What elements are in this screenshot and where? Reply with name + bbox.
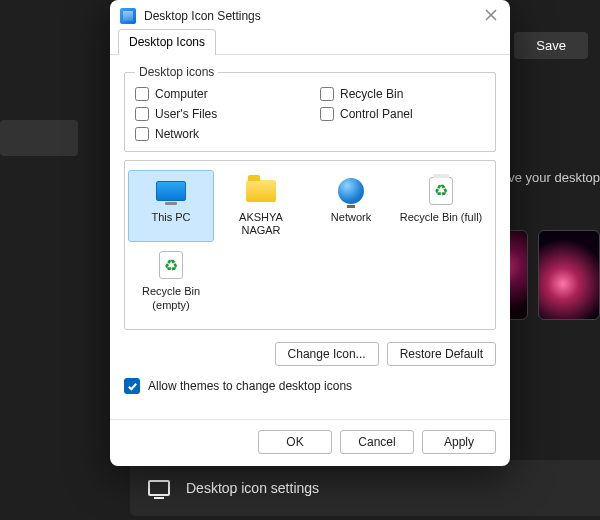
icon-item-label: This PC <box>151 211 190 224</box>
theme-thumbnail[interactable] <box>538 230 600 320</box>
checkbox-users-files-label: User's Files <box>155 107 217 121</box>
restore-default-button[interactable]: Restore Default <box>387 342 496 366</box>
checkbox-recycle-bin[interactable]: Recycle Bin <box>320 87 485 101</box>
group-legend: Desktop icons <box>135 65 218 79</box>
checkbox-computer[interactable]: Computer <box>135 87 300 101</box>
icon-item-this-pc[interactable]: This PC <box>129 171 213 241</box>
allow-themes-checkbox-input[interactable] <box>124 378 140 394</box>
icon-item-recycle-bin-full[interactable]: Recycle Bin (full) <box>399 171 483 241</box>
checkbox-network-input[interactable] <box>135 127 149 141</box>
checkbox-users-files[interactable]: User's Files <box>135 107 300 121</box>
tab-desktop-icons[interactable]: Desktop Icons <box>118 29 216 55</box>
network-globe-icon <box>333 175 369 207</box>
icon-item-network[interactable]: Network <box>309 171 393 241</box>
checkbox-network-label: Network <box>155 127 199 141</box>
change-icon-button[interactable]: Change Icon... <box>275 342 379 366</box>
icon-item-user-folder[interactable]: AKSHYA NAGAR <box>219 171 303 241</box>
monitor-icon <box>148 480 170 496</box>
desktop-icon-settings-label: Desktop icon settings <box>186 480 319 496</box>
dialog-footer: OK Cancel Apply <box>110 419 510 466</box>
dialog-titlebar: Desktop Icon Settings <box>110 0 510 28</box>
allow-themes-label: Allow themes to change desktop icons <box>148 379 352 393</box>
checkbox-computer-input[interactable] <box>135 87 149 101</box>
icon-item-label: Network <box>331 211 371 224</box>
icon-preview-panel: This PC AKSHYA NAGAR Network Recycle Bin… <box>124 160 496 330</box>
save-button[interactable]: Save <box>514 32 588 59</box>
icon-item-label: AKSHYA NAGAR <box>219 211 303 237</box>
tabstrip: Desktop Icons <box>110 28 510 55</box>
this-pc-icon <box>153 175 189 207</box>
checkbox-users-files-input[interactable] <box>135 107 149 121</box>
desktop-icon-settings-dialog: Desktop Icon Settings Desktop Icons Desk… <box>110 0 510 466</box>
dialog-app-icon <box>120 8 136 24</box>
close-icon[interactable] <box>484 8 500 24</box>
dialog-body: Desktop icons Computer Recycle Bin User'… <box>110 55 510 419</box>
desktop-icons-group: Desktop icons Computer Recycle Bin User'… <box>124 65 496 152</box>
checkbox-recycle-bin-input[interactable] <box>320 87 334 101</box>
checkbox-control-panel-label: Control Panel <box>340 107 413 121</box>
checkbox-control-panel-input[interactable] <box>320 107 334 121</box>
sidebar-selected-item[interactable] <box>0 120 78 156</box>
checkbox-computer-label: Computer <box>155 87 208 101</box>
apply-button[interactable]: Apply <box>422 430 496 454</box>
checkbox-control-panel[interactable]: Control Panel <box>320 107 485 121</box>
icon-item-label: Recycle Bin (full) <box>400 211 483 224</box>
cancel-button[interactable]: Cancel <box>340 430 414 454</box>
recycle-bin-full-icon <box>423 175 459 207</box>
ok-button[interactable]: OK <box>258 430 332 454</box>
allow-themes-checkbox[interactable]: Allow themes to change desktop icons <box>124 378 496 394</box>
icon-item-recycle-bin-empty[interactable]: Recycle Bin (empty) <box>129 245 213 315</box>
checkbox-recycle-bin-label: Recycle Bin <box>340 87 403 101</box>
recycle-bin-empty-icon <box>153 249 189 281</box>
desktop-icon-settings-row[interactable]: Desktop icon settings <box>130 460 600 516</box>
checkbox-network[interactable]: Network <box>135 127 300 141</box>
folder-icon <box>243 175 279 207</box>
dialog-title: Desktop Icon Settings <box>144 9 476 23</box>
icon-item-label: Recycle Bin (empty) <box>129 285 213 311</box>
bg-description-text: give your desktop <box>498 170 600 185</box>
